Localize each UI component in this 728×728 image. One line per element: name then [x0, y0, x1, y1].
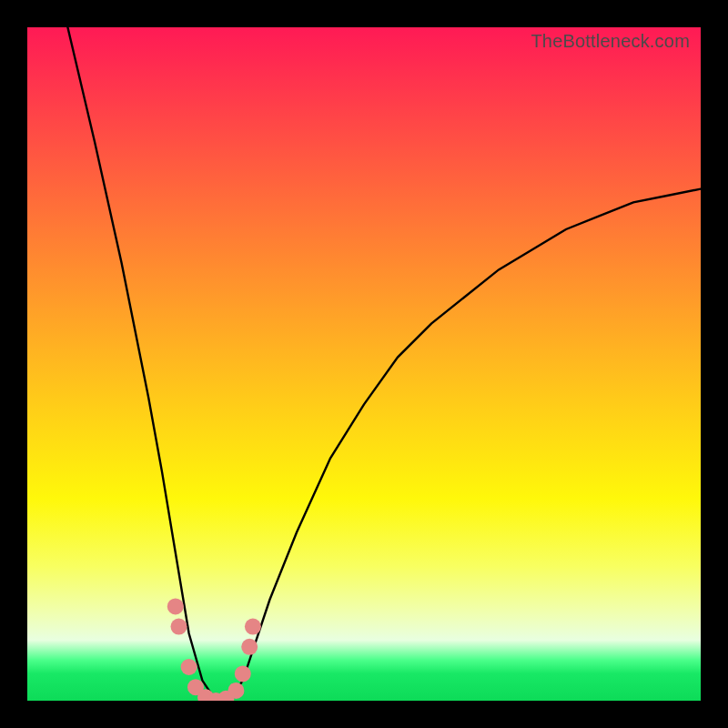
marker-dot [171, 619, 187, 635]
watermark-text: TheBottleneck.com [531, 31, 690, 52]
highlight-markers [167, 598, 261, 701]
bottleneck-curve [67, 27, 701, 701]
marker-dot [245, 619, 261, 635]
chart-svg [27, 27, 701, 701]
marker-dot [181, 659, 197, 675]
chart-area: TheBottleneck.com [27, 27, 701, 701]
marker-dot [228, 682, 244, 699]
marker-dot [167, 598, 184, 614]
marker-dot [241, 639, 258, 655]
marker-dot [235, 665, 251, 682]
